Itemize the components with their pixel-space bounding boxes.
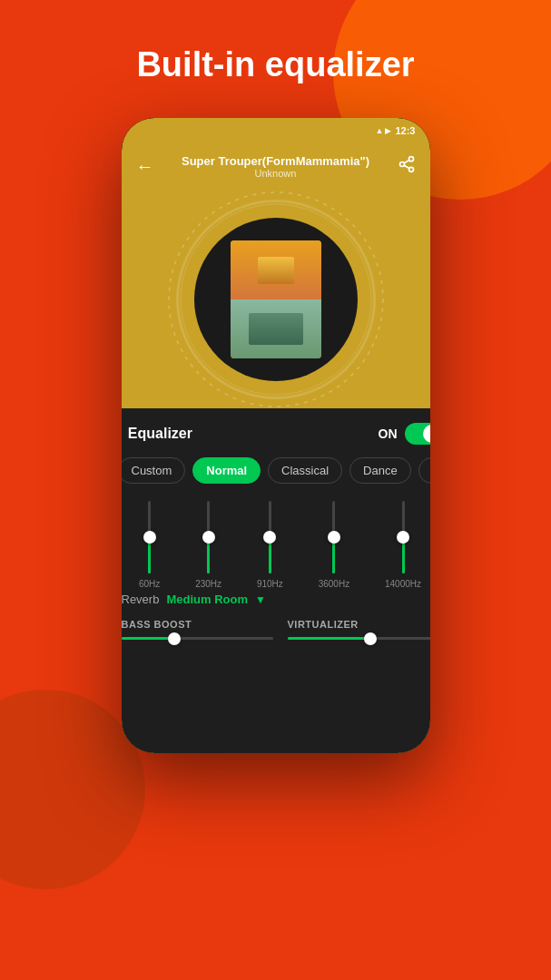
preset-normal[interactable]: Normal bbox=[192, 457, 261, 484]
bass-boost-label: BASS BOOST bbox=[122, 619, 273, 630]
slider-230hz: 230Hz bbox=[195, 501, 221, 589]
eq-header: ‹ Equalizer ON bbox=[122, 423, 430, 445]
reverb-label: Reverb bbox=[122, 593, 160, 606]
phone-screen: ▲ ▶ 12:3 ← Super Trouper(FormMammamia") … bbox=[122, 118, 430, 753]
slider-thumb-14000hz[interactable] bbox=[397, 531, 409, 544]
preset-custom[interactable]: Custom bbox=[122, 457, 186, 484]
status-time: 12:3 bbox=[395, 125, 415, 136]
page-title: Built-in equalizer bbox=[0, 45, 551, 84]
eq-presets: Custom Normal Classical Dance Flat bbox=[122, 457, 430, 484]
slider-track-230hz[interactable] bbox=[207, 501, 210, 573]
preset-classical[interactable]: Classical bbox=[268, 457, 342, 484]
virtualizer-col: VIRTUALIZER bbox=[288, 619, 430, 640]
reverb-row: Reverb Medium Room ▼ bbox=[122, 593, 430, 606]
reverb-value[interactable]: Medium Room bbox=[166, 593, 248, 606]
eq-sliders: 60Hz 230Hz 910Hz bbox=[122, 498, 430, 589]
slider-track-3600hz[interactable] bbox=[332, 501, 335, 573]
eq-back-button[interactable]: ‹ Equalizer bbox=[122, 426, 192, 442]
eq-toggle-area: ON bbox=[379, 423, 430, 445]
phone-mockup: ▲ ▶ 12:3 ← Super Trouper(FormMammamia") … bbox=[122, 118, 430, 753]
reverb-dropdown-icon[interactable]: ▼ bbox=[255, 593, 266, 606]
song-title: Super Trouper(FormMammamia") bbox=[162, 154, 390, 168]
preset-flat[interactable]: Flat bbox=[418, 457, 430, 484]
svg-point-0 bbox=[408, 156, 413, 161]
virtualizer-label: VIRTUALIZER bbox=[288, 619, 430, 630]
equalizer-panel: ‹ Equalizer ON Custom Normal Classical D… bbox=[122, 408, 430, 753]
song-artist: Unknown bbox=[162, 168, 390, 179]
slider-label-60hz: 60Hz bbox=[139, 579, 160, 589]
slider-3600hz: 3600Hz bbox=[319, 501, 349, 589]
preset-dance[interactable]: Dance bbox=[349, 457, 411, 484]
eq-on-label: ON bbox=[379, 426, 398, 441]
album-cover-bottom bbox=[231, 299, 321, 358]
slider-track-910hz[interactable] bbox=[269, 501, 271, 573]
virtualizer-track[interactable] bbox=[288, 637, 430, 640]
album-cover bbox=[231, 240, 321, 358]
slider-track-60hz[interactable] bbox=[148, 501, 151, 573]
signal-icon: ▶ bbox=[385, 126, 391, 135]
svg-point-1 bbox=[399, 162, 404, 166]
svg-point-2 bbox=[408, 167, 413, 172]
slider-60hz: 60Hz bbox=[139, 501, 160, 589]
bass-boost-fill bbox=[122, 637, 174, 640]
slider-910hz: 910Hz bbox=[257, 501, 283, 589]
share-icon[interactable] bbox=[398, 155, 416, 178]
slider-track-14000hz[interactable] bbox=[402, 501, 405, 573]
player-top-bar: ← Super Trouper(FormMammamia") Unknown bbox=[122, 143, 430, 189]
slider-label-230hz: 230Hz bbox=[195, 579, 221, 589]
slider-label-14000hz: 14000Hz bbox=[385, 579, 421, 589]
slider-thumb-60hz[interactable] bbox=[143, 531, 156, 544]
eq-back-arrow: ‹ bbox=[122, 426, 123, 442]
bass-boost-col: BASS BOOST bbox=[122, 619, 273, 640]
slider-thumb-3600hz[interactable] bbox=[328, 531, 340, 544]
slider-thumb-910hz[interactable] bbox=[263, 531, 276, 544]
album-cover-top bbox=[231, 240, 321, 299]
svg-line-4 bbox=[404, 160, 409, 162]
bass-boost-track[interactable] bbox=[122, 637, 273, 640]
slider-thumb-230hz[interactable] bbox=[202, 531, 215, 544]
album-art-area bbox=[176, 200, 376, 399]
toggle-knob bbox=[423, 425, 430, 443]
slider-label-3600hz: 3600Hz bbox=[319, 579, 349, 589]
status-icons: ▲ ▶ bbox=[376, 126, 392, 135]
eq-title: Equalizer bbox=[128, 426, 192, 442]
svg-line-3 bbox=[404, 165, 409, 168]
bass-boost-thumb[interactable] bbox=[168, 632, 181, 645]
status-bar: ▲ ▶ 12:3 bbox=[376, 118, 416, 143]
eq-toggle[interactable] bbox=[405, 423, 430, 445]
wifi-icon: ▲ bbox=[376, 126, 384, 135]
slider-label-910hz: 910Hz bbox=[257, 579, 283, 589]
virtualizer-fill bbox=[288, 637, 371, 640]
song-info: Super Trouper(FormMammamia") Unknown bbox=[154, 154, 398, 179]
virtualizer-thumb[interactable] bbox=[364, 632, 377, 645]
slider-14000hz: 14000Hz bbox=[385, 501, 421, 589]
back-button[interactable]: ← bbox=[136, 156, 154, 177]
boost-row: BASS BOOST VIRTUALIZER bbox=[122, 619, 430, 640]
album-inner bbox=[194, 218, 358, 381]
